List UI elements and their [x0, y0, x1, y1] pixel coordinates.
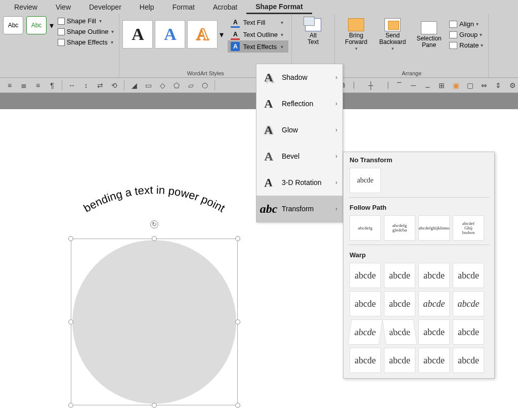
qat-icon-3[interactable]: ≡ [32, 80, 44, 90]
resize-handle-e[interactable] [235, 319, 240, 324]
selection-pane-button[interactable]: Selection Pane [411, 16, 447, 54]
warp-11[interactable]: abcde [418, 319, 450, 345]
align-button[interactable]: Align▾ [447, 19, 485, 29]
follow-path-2[interactable]: abcdefg gfedcba [384, 215, 415, 241]
warp-10[interactable]: abcde [382, 319, 417, 345]
effects-shadow[interactable]: AShadow› [256, 64, 342, 90]
qat-icon-9[interactable]: ◢ [128, 80, 140, 90]
shape-fill-button[interactable]: Shape Fill▾ [56, 16, 116, 26]
bring-forward-button[interactable]: Bring Forward▾ [338, 16, 374, 54]
warp-15[interactable]: abcde [418, 348, 450, 373]
shape-style-preview-1[interactable]: Abc [3, 16, 23, 34]
menu-shape-format[interactable]: Shape Format [246, 1, 312, 14]
wordart-style-3[interactable]: A [187, 20, 218, 49]
menu-acrobat[interactable]: Acrobat [204, 1, 246, 13]
alt-text-icon [305, 18, 321, 31]
resize-handle-ne[interactable] [235, 236, 240, 241]
qat-align-top-icon[interactable]: ⎺ [394, 80, 405, 90]
qat-group-icon[interactable]: ⊞ [436, 80, 447, 90]
send-backward-button[interactable]: Send Backward▾ [374, 16, 411, 54]
qat-icon-14[interactable]: ⬡ [199, 80, 210, 90]
warp-4[interactable]: abcde [453, 263, 484, 288]
menu-developer[interactable]: Developer [80, 1, 131, 13]
rotate-icon [449, 42, 457, 49]
effects-3d-rotation[interactable]: A3-D Rotation› [256, 169, 342, 196]
rotation-handle[interactable]: ↻ [150, 220, 158, 228]
bring-forward-icon [348, 18, 364, 31]
shape-style-preview-2[interactable]: Abc [26, 16, 47, 34]
resize-handle-nw[interactable] [68, 236, 73, 241]
warp-7[interactable]: abcde [418, 291, 450, 316]
selection-frame [71, 239, 238, 405]
resize-handle-se[interactable] [235, 403, 240, 408]
warp-9[interactable]: abcde [348, 319, 382, 345]
qat-icon-5[interactable]: ↔ [66, 80, 77, 90]
qat-icon-2[interactable]: ≣ [18, 80, 29, 90]
text-fill-button[interactable]: AText Fill▾ [228, 16, 288, 28]
qat-icon-7[interactable]: ⇄ [95, 80, 106, 90]
wordart-gallery[interactable]: A A A ▾ [122, 16, 224, 53]
qat-align-right-icon[interactable]: ⎹ [379, 80, 391, 90]
qat-icon-1[interactable]: ≡ [4, 80, 15, 90]
qat-icon-4[interactable]: ¶ [47, 80, 58, 90]
warp-16[interactable]: abcde [453, 348, 484, 373]
warp-1[interactable]: abcde [350, 263, 381, 288]
warp-12[interactable]: abcde [453, 319, 484, 345]
effects-reflection[interactable]: AReflection› [256, 90, 342, 117]
shape-effects-button[interactable]: Shape Effects▾ [56, 37, 116, 47]
menu-review[interactable]: Review [5, 1, 47, 13]
menu-view[interactable]: View [47, 1, 80, 13]
qat-order2-icon[interactable]: ▢ [464, 80, 476, 90]
qat-align-center-icon[interactable]: ┼ [365, 80, 376, 90]
warp-6[interactable]: abcde [384, 291, 415, 316]
qat-icon-11[interactable]: ◇ [157, 80, 168, 90]
follow-path-4[interactable]: abcdef Ghij bodwn [453, 215, 484, 241]
wordart-more-icon[interactable]: ▾ [220, 30, 224, 39]
shadow-icon: A [262, 70, 276, 84]
text-fill-label: Text Fill [243, 19, 265, 26]
shape-style-more-icon[interactable]: ▾ [50, 21, 54, 30]
warp-2[interactable]: abcde [384, 263, 415, 288]
qat-order-icon[interactable]: ▣ [450, 80, 461, 90]
no-transform-title: No Transform [350, 156, 488, 164]
text-effects-button[interactable]: AText Effects▾ [228, 40, 288, 53]
effects-transform[interactable]: abcTransform› [256, 196, 342, 222]
text-outline-button[interactable]: AText Outline▾ [228, 28, 288, 40]
warp-14[interactable]: abcde [384, 348, 415, 373]
align-icon [449, 21, 457, 28]
warp-3[interactable]: abcde [418, 263, 450, 288]
qat-icon-6[interactable]: ↕ [80, 80, 92, 90]
follow-path-1[interactable]: abcdefg [350, 215, 381, 241]
transform-none[interactable]: abcde [350, 168, 381, 193]
effects-glow[interactable]: AGlow› [256, 117, 342, 143]
qat-dist-h-icon[interactable]: ⇔ [479, 80, 490, 90]
qat-dist-v-icon[interactable]: ⇕ [493, 80, 504, 90]
resize-handle-w[interactable] [68, 319, 73, 324]
follow-path-3[interactable]: abcdefghijklmno [418, 215, 450, 241]
qat-icon-10[interactable]: ▭ [143, 80, 154, 90]
shape-fill-label: Shape Fill [67, 17, 96, 25]
qat-align-bottom-icon[interactable]: ⎽ [422, 80, 433, 90]
rotate-button[interactable]: Rotate▾ [447, 40, 485, 50]
warp-8[interactable]: abcde [453, 291, 484, 316]
qat-icon-12[interactable]: ⬠ [171, 80, 182, 90]
qat-align-middle-icon[interactable]: ─ [408, 80, 419, 90]
resize-handle-sw[interactable] [68, 403, 73, 408]
group-button[interactable]: Group▾ [447, 30, 485, 39]
alt-text-button[interactable]: Alt Text [295, 16, 331, 48]
menu-format[interactable]: Format [163, 1, 204, 13]
qat-settings-icon[interactable]: ⚙ [507, 80, 518, 90]
effects-bevel[interactable]: ABevel› [256, 143, 342, 169]
warp-5[interactable]: abcde [350, 291, 381, 316]
resize-handle-n[interactable] [152, 236, 157, 241]
warp-13[interactable]: abcde [350, 348, 381, 373]
menu-help[interactable]: Help [131, 1, 163, 13]
qat-icon-13[interactable]: ▱ [185, 80, 196, 90]
wordart-style-1[interactable]: A [122, 20, 153, 49]
shape-outline-button[interactable]: Shape Outline▾ [56, 27, 116, 36]
resize-handle-s[interactable] [152, 403, 157, 408]
wordart-style-2[interactable]: A [155, 20, 185, 49]
qat-icon-8[interactable]: ⟲ [109, 80, 120, 90]
qat-align-left-icon[interactable]: ⎸ [351, 80, 362, 90]
selected-shape[interactable]: ↻ [71, 239, 238, 405]
